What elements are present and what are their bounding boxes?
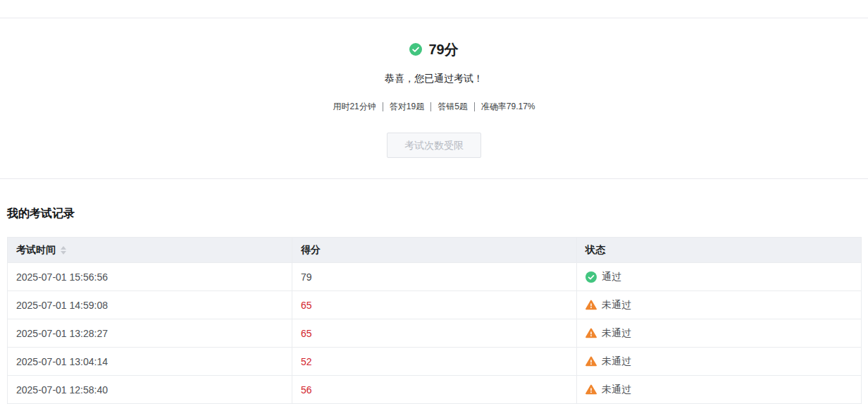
table-header-row: 考试时间 得分 状态: [8, 238, 862, 263]
status-cell: 未通过: [577, 348, 862, 376]
score-cell: 56: [292, 376, 577, 404]
table-row: 2025-07-01 13:04:14 52 未通过: [8, 348, 862, 376]
stat-separator: [474, 102, 475, 111]
score-value: 79分: [428, 41, 458, 58]
score-cell: 65: [292, 291, 577, 319]
status-label: 未通过: [602, 384, 631, 396]
stat-separator: [430, 102, 431, 111]
exam-limit-button[interactable]: 考试次数受限: [387, 133, 481, 158]
warning-triangle-icon: [585, 356, 597, 367]
exam-time-cell: 2025-07-01 13:04:14: [8, 348, 292, 376]
score-cell: 52: [292, 348, 577, 376]
score-line: 79分: [0, 41, 868, 58]
score-cell: 79: [292, 263, 577, 291]
column-header-exam-time[interactable]: 考试时间: [8, 238, 292, 263]
stat-wrong: 答错5题: [438, 101, 468, 113]
exam-time-cell: 2025-07-01 14:59:08: [8, 291, 292, 319]
exam-result-banner: 79分 恭喜，您已通过考试！ 用时21分钟 答对19题 答错5题 准确率79.1…: [0, 18, 868, 158]
exam-records-section: 我的考试记录 考试时间 得分 状态 2025-07-01 15:56:56: [0, 179, 868, 404]
warning-triangle-icon: [585, 328, 597, 338]
page-top-divider: [0, 0, 868, 18]
warning-triangle-icon: [585, 384, 597, 395]
status-label: 通过: [602, 271, 621, 283]
status-cell: 未通过: [577, 291, 862, 319]
table-row: 2025-07-01 12:58:40 56 未通过: [8, 376, 862, 404]
table-row: 2025-07-01 14:59:08 65 未通过: [8, 291, 862, 319]
sorter-icon[interactable]: [61, 246, 66, 255]
table-row: 2025-07-01 15:56:56 79 通过: [8, 263, 862, 291]
records-title: 我的考试记录: [7, 207, 861, 220]
table-row: 2025-07-01 13:28:27 65 未通过: [8, 319, 862, 348]
status-label: 未通过: [602, 327, 631, 340]
stat-accuracy: 准确率79.17%: [481, 101, 535, 113]
check-circle-icon: [409, 43, 422, 56]
status-label: 未通过: [602, 355, 631, 368]
status-cell: 未通过: [577, 319, 862, 348]
exam-time-cell: 2025-07-01 12:58:40: [8, 376, 292, 404]
status-cell: 未通过: [577, 376, 862, 404]
stat-duration: 用时21分钟: [333, 101, 376, 113]
warning-triangle-icon: [585, 300, 597, 310]
congrats-message: 恭喜，您已通过考试！: [0, 71, 868, 85]
exam-time-cell: 2025-07-01 13:28:27: [8, 319, 292, 348]
status-cell: 通过: [577, 263, 862, 291]
status-label: 未通过: [602, 299, 631, 312]
score-cell: 65: [292, 319, 577, 348]
exam-records-table: 考试时间 得分 状态 2025-07-01 15:56:56 79: [7, 237, 862, 404]
column-header-score: 得分: [292, 238, 577, 263]
column-header-status: 状态: [577, 238, 862, 263]
check-circle-icon: [585, 271, 597, 283]
exam-time-cell: 2025-07-01 15:56:56: [8, 263, 292, 291]
exam-stats: 用时21分钟 答对19题 答错5题 准确率79.17%: [0, 101, 868, 113]
stat-separator: [383, 102, 383, 111]
stat-correct: 答对19题: [390, 101, 424, 113]
